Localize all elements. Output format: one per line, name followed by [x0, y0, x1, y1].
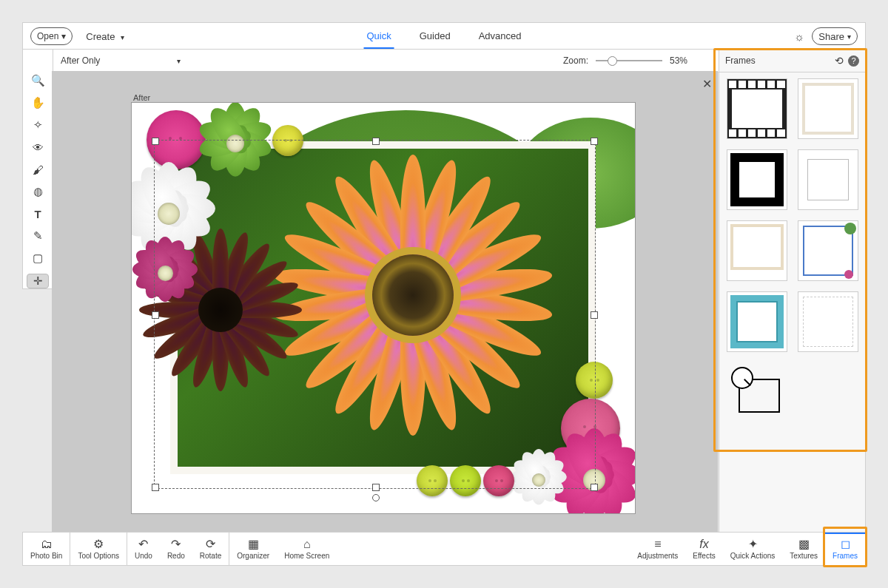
lime-button	[576, 362, 613, 399]
frame-thumb-teal[interactable]	[727, 291, 787, 352]
green-decor-flower	[206, 114, 265, 173]
redo-button[interactable]: ↷Redo	[160, 533, 192, 565]
create-label: Create	[86, 31, 115, 42]
frame-thumb-bluedots[interactable]	[798, 220, 858, 281]
hand-tool-icon[interactable]: ✋	[27, 96, 48, 109]
photo-bin-label: Photo Bin	[30, 552, 62, 560]
undo-label: Undo	[135, 552, 152, 560]
move-tool-icon[interactable]: ✛	[27, 274, 49, 288]
frames-label: Frames	[832, 552, 858, 560]
organizer-button[interactable]: ▦Organizer	[229, 533, 277, 565]
frames-title: Frames	[725, 55, 756, 66]
chevron-down-icon: ▾	[847, 33, 851, 41]
top-toolbar: Open ▾ Create ▾ Quick Guided Advanced ☼ …	[22, 22, 866, 50]
photo-canvas[interactable]	[131, 102, 636, 514]
tab-guided[interactable]: Guided	[417, 24, 454, 49]
textures-button[interactable]: ▩Textures	[782, 533, 825, 565]
yellow-button	[272, 125, 303, 156]
after-label: After	[133, 93, 150, 102]
chevron-down-icon: ▾	[177, 57, 181, 65]
canvas-area[interactable]: ✕ After	[52, 71, 718, 533]
quick-select-tool-icon[interactable]: ✧	[27, 118, 48, 132]
frame-thumb-film[interactable]	[727, 78, 787, 139]
zoom-value: 53%	[670, 55, 687, 66]
white-small-decor-flower	[517, 458, 561, 502]
rotate-button[interactable]: ⟳Rotate	[192, 533, 229, 565]
adjustments-icon: ≡	[654, 538, 661, 550]
bottom-bar: 🗂Photo Bin ⚙Tool Options ↶Undo ↷Redo ⟳Ro…	[22, 532, 866, 566]
home-icon: ⌂	[303, 538, 311, 550]
chevron-down-icon: ▾	[121, 33, 124, 41]
main-flower	[265, 155, 561, 436]
tool-strip: 🔍 ✋ ✧ 👁 🖌 ◍ T ✎ ▢ ✛	[22, 71, 53, 289]
brush-tool-icon[interactable]: 🖌	[27, 163, 48, 176]
zoom-slider[interactable]	[596, 60, 662, 61]
share-label: Share	[818, 31, 844, 42]
frame-thumb-thin[interactable]	[798, 149, 858, 210]
help-icon[interactable]: ?	[848, 55, 859, 67]
redo-icon: ↷	[171, 538, 181, 550]
photo-bin-button[interactable]: 🗂Photo Bin	[23, 533, 70, 565]
tab-advanced[interactable]: Advanced	[476, 24, 525, 49]
home-label: Home Screen	[284, 552, 329, 560]
eye-tool-icon[interactable]: 👁	[27, 141, 48, 154]
tab-quick[interactable]: Quick	[364, 24, 394, 49]
lime-button-3	[450, 465, 481, 496]
rotate-label: Rotate	[200, 552, 221, 560]
frame-thumb-magnifier[interactable]	[727, 362, 787, 423]
frame-thumb-paper[interactable]	[798, 78, 858, 139]
tool-options-icon: ⚙	[93, 538, 104, 550]
spot-heal-tool-icon[interactable]: ◍	[27, 185, 48, 198]
textures-label: Textures	[790, 552, 818, 560]
crop-tool-icon[interactable]: ▢	[27, 251, 48, 265]
tool-options-label: Tool Options	[78, 552, 119, 560]
open-label: Open	[37, 31, 58, 41]
photo-bin-icon: 🗂	[41, 538, 53, 550]
create-menu[interactable]: Create ▾	[86, 31, 124, 42]
frame-thumb-scallop[interactable]	[798, 291, 858, 352]
organizer-icon: ▦	[248, 538, 259, 550]
type-tool-icon[interactable]: T	[27, 207, 48, 220]
frames-grid	[719, 72, 865, 429]
lime-button-2	[417, 465, 448, 496]
adjustments-label: Adjustments	[637, 552, 678, 560]
eyedropper-tool-icon[interactable]: ✎	[27, 229, 48, 243]
mode-tabs: Quick Guided Advanced	[364, 24, 525, 49]
home-screen-button[interactable]: ⌂Home Screen	[277, 533, 337, 565]
zoom-control: Zoom: 53%	[563, 55, 687, 66]
frames-button[interactable]: ◻Frames	[825, 533, 865, 565]
tool-options-button[interactable]: ⚙Tool Options	[70, 533, 127, 565]
adjustments-button[interactable]: ≡Adjustments	[630, 533, 685, 565]
undo-button[interactable]: ↶Undo	[127, 533, 160, 565]
textures-icon: ▩	[798, 538, 810, 550]
zoom-label: Zoom:	[563, 55, 588, 66]
open-button[interactable]: Open ▾	[30, 27, 73, 45]
frame-thumb-black[interactable]	[727, 149, 787, 210]
brightness-icon[interactable]: ☼	[795, 30, 805, 43]
view-mode-label: After Only	[61, 55, 100, 66]
reset-icon[interactable]: ⟲	[835, 55, 844, 67]
magenta-decor-flower	[139, 247, 191, 299]
quick-actions-icon: ✦	[748, 538, 758, 550]
effects-icon: fx	[699, 538, 708, 550]
chevron-down-icon: ▾	[61, 31, 66, 41]
redo-label: Redo	[167, 552, 185, 560]
undo-icon: ↶	[138, 538, 148, 550]
effects-button[interactable]: fxEffects	[685, 533, 722, 565]
frames-panel: Frames ⟲ ?	[719, 49, 866, 533]
rotate-icon: ⟳	[206, 538, 215, 550]
zoom-tool-icon[interactable]: 🔍	[27, 74, 48, 87]
effects-label: Effects	[693, 552, 715, 560]
quick-actions-label: Quick Actions	[730, 552, 776, 560]
close-icon[interactable]: ✕	[702, 77, 712, 91]
organizer-label: Organizer	[237, 552, 269, 560]
pink-decor-flower	[557, 443, 631, 514]
pink-small-button	[483, 465, 514, 496]
frame-thumb-polaroid[interactable]	[727, 220, 787, 281]
view-mode-dropdown[interactable]: After Only ▾	[61, 55, 181, 66]
quick-actions-button[interactable]: ✦Quick Actions	[723, 533, 783, 565]
frames-icon: ◻	[841, 538, 850, 550]
pink-ribbon-button	[147, 110, 206, 169]
share-button[interactable]: Share ▾	[812, 27, 858, 45]
